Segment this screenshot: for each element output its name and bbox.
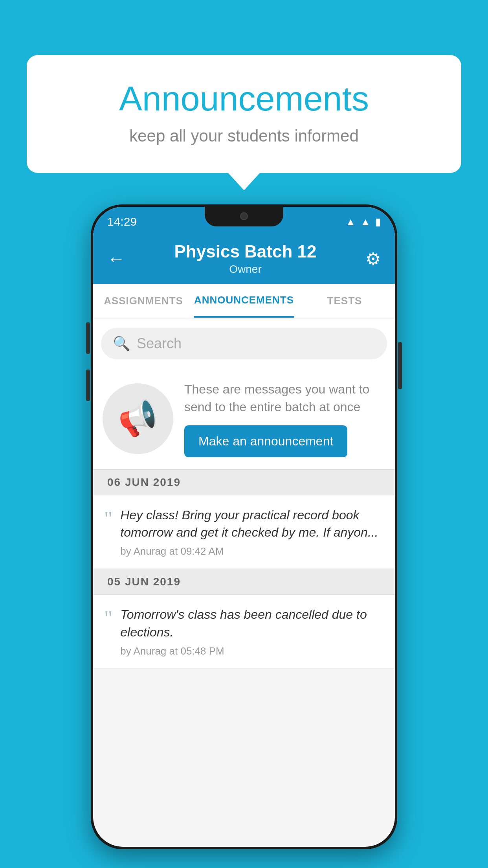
megaphone-icon: 📢 [114, 396, 162, 442]
date-separator-2: 05 JUN 2019 [93, 569, 395, 595]
header-title: Physics Batch 12 [174, 242, 317, 261]
prompt-right: These are messages you want to send to t… [184, 381, 385, 457]
announcement-meta-2: by Anurag at 05:48 PM [120, 645, 384, 657]
megaphone-avatar: 📢 [103, 383, 173, 454]
phone-frame: 14:29 ▲ ▲ ▮ ← Physics Batch 12 Owner ⚙ A… [91, 204, 397, 849]
announcement-content-2: Tomorrow's class has been cancelled due … [120, 606, 384, 657]
battery-icon: ▮ [375, 216, 381, 228]
power-button[interactable] [398, 342, 402, 389]
tabs-bar: ASSIGNMENTS ANNOUNCEMENTS TESTS [93, 284, 395, 318]
bubble-subtitle: keep all your students informed [58, 127, 430, 145]
announcement-message-1: Hey class! Bring your practical record b… [120, 506, 384, 542]
status-time: 14:29 [107, 215, 137, 228]
phone-notch [205, 207, 283, 226]
tab-announcements[interactable]: ANNOUNCEMENTS [194, 284, 294, 318]
announcement-content-1: Hey class! Bring your practical record b… [120, 506, 384, 558]
tab-assignments[interactable]: ASSIGNMENTS [93, 284, 194, 318]
back-button[interactable]: ← [107, 248, 125, 269]
volume-down-button[interactable] [86, 370, 90, 401]
wifi-icon: ▲ [346, 216, 356, 228]
header-center: Physics Batch 12 Owner [174, 242, 317, 276]
prompt-description: These are messages you want to send to t… [184, 381, 385, 416]
announcement-message-2: Tomorrow's class has been cancelled due … [120, 606, 384, 641]
announcement-meta-1: by Anurag at 09:42 AM [120, 545, 384, 557]
make-announcement-button[interactable]: Make an announcement [184, 425, 347, 457]
front-camera [240, 212, 248, 220]
settings-button[interactable]: ⚙ [365, 249, 381, 269]
bubble-title: Announcements [58, 79, 430, 119]
speech-bubble-wrapper: Announcements keep all your students inf… [27, 55, 461, 173]
search-icon: 🔍 [113, 335, 130, 352]
app-header: ← Physics Batch 12 Owner ⚙ [93, 234, 395, 284]
quote-icon-1: " [104, 509, 112, 529]
announcement-item-1[interactable]: " Hey class! Bring your practical record… [93, 495, 395, 569]
signal-icon: ▲ [360, 216, 371, 228]
search-bar[interactable]: 🔍 Search [101, 328, 387, 359]
announcement-prompt: 📢 These are messages you want to send to… [93, 369, 395, 469]
phone-screen: 14:29 ▲ ▲ ▮ ← Physics Batch 12 Owner ⚙ A… [93, 207, 395, 847]
content-area: 🔍 Search 📢 These are messages you want t… [93, 318, 395, 669]
date-separator-1: 06 JUN 2019 [93, 469, 395, 495]
volume-up-button[interactable] [86, 322, 90, 354]
quote-icon-2: " [104, 608, 112, 629]
search-placeholder: Search [137, 335, 182, 352]
status-icons: ▲ ▲ ▮ [346, 216, 381, 228]
speech-bubble: Announcements keep all your students inf… [27, 55, 461, 173]
header-subtitle: Owner [174, 263, 317, 276]
announcement-item-2[interactable]: " Tomorrow's class has been cancelled du… [93, 595, 395, 669]
tab-tests[interactable]: TESTS [294, 284, 395, 318]
